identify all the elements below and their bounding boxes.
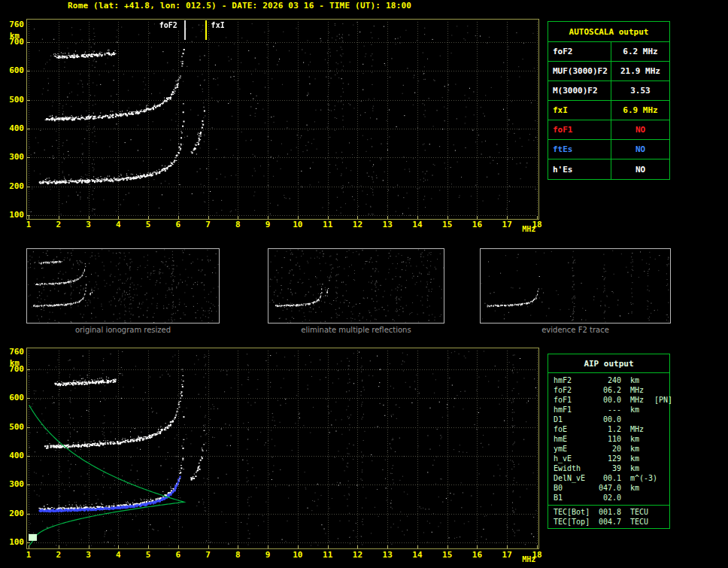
aip-param-name: D1 <box>554 415 596 424</box>
autoscala-row-ftEs: ftEsNO <box>548 140 669 159</box>
y-tick-label: 300 <box>9 153 24 161</box>
x-tick-label: 9 <box>259 220 276 229</box>
thumbnail-evidence-f2-canvas <box>480 248 671 323</box>
aip-param-name: foE <box>554 424 596 434</box>
y-tick-label: 400 <box>9 451 24 460</box>
autoscala-param-label: ftEs <box>548 140 611 159</box>
aip-param-value: 110 <box>596 434 621 444</box>
main-ionogram-marker-labels: foF2fxI <box>26 19 539 49</box>
aip-param-unit: TECU <box>621 507 654 517</box>
aip-param-name: hmE <box>554 434 596 444</box>
x-tick-label: 14 <box>409 551 426 559</box>
aip-param-unit: MHz <box>621 395 654 405</box>
x-tick-label: 8 <box>229 551 246 559</box>
y-tick-label: 760 <box>9 20 24 29</box>
y-tick-label: 100 <box>9 538 24 546</box>
aip-param-unit: km <box>621 434 654 444</box>
x-tick-label: 3 <box>80 551 97 559</box>
autoscala-table-rows: foF26.2 MHzMUF(3000)F221.9 MHzM(3000)F23… <box>548 42 669 179</box>
x-tick-label: 11 <box>320 551 336 559</box>
aip-row-DelN_vE: DelN_vE00.1m^(-3) <box>548 473 669 483</box>
thumbnail-eliminate-caption: eliminate multiple reflections <box>268 326 444 334</box>
aip-ionogram-canvas <box>26 348 539 549</box>
aip-param-value: 047.0 <box>596 483 621 493</box>
aip-param-unit: MHz <box>621 385 654 395</box>
aip-param-unit: km <box>621 454 654 463</box>
marker-label-foF2: foF2 <box>158 21 179 30</box>
x-tick-label: 6 <box>170 551 187 559</box>
aip-param-value: 00.1 <box>596 473 621 483</box>
x-tick-label: 15 <box>439 551 456 559</box>
aip-row-TEC[Top]: TEC[Top]004.7TECU <box>548 517 669 527</box>
aip-row-TEC[Bot]: TEC[Bot]001.8TECU <box>548 507 669 517</box>
aip-param-unit: km <box>621 375 654 385</box>
aip-param-value: --- <box>596 405 621 415</box>
x-tick-label: 16 <box>469 551 485 559</box>
aip-param-value: 02.0 <box>596 493 621 503</box>
aip-param-value: 00.0 <box>596 415 621 424</box>
x-axis-unit: MHz <box>517 225 540 233</box>
x-tick-label: 17 <box>499 551 515 559</box>
aip-param-unit: km <box>621 405 654 415</box>
x-tick-label: 5 <box>140 220 156 229</box>
x-tick-label: 1 <box>20 220 37 229</box>
aip-param-name: h_vE <box>554 454 596 463</box>
aip-param-unit: m^(-3) <box>621 473 654 483</box>
x-tick-label: 5 <box>140 551 156 559</box>
x-tick-label: 7 <box>200 220 217 229</box>
aip-row-hmE: hmE110km <box>548 434 669 444</box>
aip-param-name: B0 <box>554 483 596 493</box>
autoscala-param-value: NO <box>611 159 669 179</box>
autoscala-param-label: h'Es <box>548 159 611 179</box>
aip-param-name: DelN_vE <box>554 473 596 483</box>
x-tick-label: 13 <box>379 551 396 559</box>
aip-param-value: 004.7 <box>596 517 621 527</box>
aip-row-B0: B0047.0km <box>548 483 669 493</box>
thumbnail-original-caption: original ionogram resized <box>26 326 220 334</box>
aip-table-rows: hmF2240kmfoF206.2MHzfoF100.0MHz[PN]hmF1-… <box>548 373 669 503</box>
aip-ionogram-plot <box>26 348 539 549</box>
thumbnail-original-ionogram <box>26 248 220 323</box>
aip-row-ymE: ymE20km <box>548 444 669 454</box>
y-tick-label: 100 <box>9 211 24 219</box>
aip-param-value: 00.0 <box>596 395 621 405</box>
aip-param-value: 1.2 <box>596 424 621 434</box>
aip-row-B1: B102.0 <box>548 493 669 503</box>
aip-param-name: ymE <box>554 444 596 454</box>
aip-table: AIP output hmF2240kmfoF206.2MHzfoF100.0M… <box>548 354 670 529</box>
y-tick-label: 600 <box>9 393 24 402</box>
x-tick-label: 17 <box>499 220 515 229</box>
aip-param-name: foF2 <box>554 385 596 395</box>
y-axis-unit: km <box>10 359 20 367</box>
x-tick-label: 10 <box>290 220 306 229</box>
x-tick-label: 4 <box>110 551 126 559</box>
thumbnail-eliminate-reflections <box>268 248 444 323</box>
aip-row-D1: D100.0 <box>548 415 669 424</box>
x-tick-label: 2 <box>50 220 67 229</box>
aip-param-unit: MHz <box>621 424 654 434</box>
aip-ionogram-y-axis: 760700600500400300200100km <box>5 348 24 549</box>
aip-row-hmF1: hmF1---km <box>548 405 669 415</box>
aip-param-unit: TECU <box>621 517 654 527</box>
autoscala-param-label: fxI <box>548 101 611 120</box>
aip-table-tec-rows: TEC[Bot]001.8TECUTEC[Top]004.7TECU <box>548 505 669 528</box>
y-tick-label: 500 <box>9 423 24 431</box>
main-ionogram-plot: foF2fxI <box>26 19 539 220</box>
y-tick-label: 200 <box>9 182 24 190</box>
x-tick-label: 14 <box>409 220 426 229</box>
y-tick-label: 500 <box>9 96 24 104</box>
autoscala-row-foF1: foF1NO <box>548 120 669 140</box>
page-title: Rome (lat: +41.8, lon: 012.5) - DATE: 20… <box>68 1 411 11</box>
autoscala-param-label: MUF(3000)F2 <box>548 62 611 80</box>
aip-param-value: 001.8 <box>596 507 621 517</box>
aip-param-name: hmF2 <box>554 375 596 385</box>
autoscala-row-fxI: fxI6.9 MHz <box>548 101 669 120</box>
x-tick-label: 9 <box>259 551 276 559</box>
aip-param-unit: km <box>621 444 654 454</box>
x-tick-label: 2 <box>50 551 67 559</box>
x-tick-label: 13 <box>379 220 396 229</box>
x-tick-label: 3 <box>80 220 97 229</box>
x-tick-label: 6 <box>170 220 187 229</box>
aip-param-value: 240 <box>596 375 621 385</box>
thumbnail-evidence-caption: evidence F2 trace <box>480 326 671 334</box>
